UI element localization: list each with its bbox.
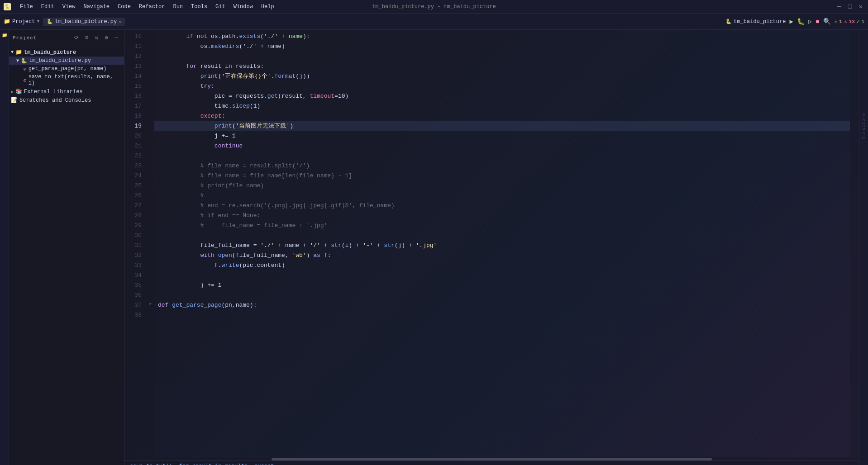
sidebar: Project ⟳ ≡ ⇅ ⚙ ─ ▼ 📁 tm_baidu_picture ▼… [9,30,124,465]
scratches-label: Scratches and Consoles [19,97,91,104]
tree-scratches[interactable]: 📝 Scratches and Consoles [9,96,124,104]
code-line-31: file_full_name = './' + name + '/' + str… [154,241,850,251]
tree-file-py[interactable]: ▼ 🐍 tm_baidu_picture.py [9,57,124,65]
menu-file[interactable]: File [16,3,37,11]
tree-func-1[interactable]: ⊘ get_parse_page(pn, name) [9,65,124,73]
code-line-26: # [154,191,850,201]
code-line-21: continue [154,141,850,151]
filter-icon[interactable]: ⇅ [92,34,100,42]
sidebar-minimize-icon[interactable]: ─ [112,34,120,42]
line-numbers: 10 11 12 13 14 15 16 17 18 19 20 21 22 2… [124,30,147,457]
line-num-33: 33 [124,261,147,270]
func-icon-2: ⊘ [24,77,27,83]
gutter-16 [147,90,154,100]
menu-window[interactable]: Window [230,3,257,11]
header-right-icons: 🐍 tm_baidu_picture ▶ 🐛 ▷ ■ 🔍 ⚠ 1 ⚠ 13 ✓ … [129,18,864,25]
gutter-33 [147,259,154,269]
line-num-34: 34 [124,270,147,280]
code-line-36 [154,290,850,300]
tree-ext-libs[interactable]: ▶ 📚 External Libraries [9,87,124,96]
line-num-28: 28 [124,211,147,221]
horizontal-scrollbar[interactable] [124,457,859,460]
scratches-icon: 📝 [11,97,18,104]
search-icon[interactable]: 🔍 [823,18,831,25]
debug-icon[interactable]: 🐛 [797,18,805,25]
gutter-11 [147,40,154,50]
editor-gutter: ▶ [147,30,154,457]
right-icons-panel: Structure [859,30,868,465]
code-line-15: try: [154,81,850,91]
warnings-indicator[interactable]: ⚠ 1 ⚠ 13 ✓ 1 [835,19,864,24]
code-line-14: print('正在保存第{}个'.format(j)) [154,71,850,81]
gutter-22 [147,149,154,159]
sync-icon[interactable]: ⟳ [72,34,81,42]
code-line-24: # file_name = file_name[len(file_name) -… [154,171,850,181]
close-button[interactable]: ✕ [857,3,864,10]
code-content[interactable]: if not os.path.exists('./' + name): os.m… [154,30,850,457]
gutter-37: ▶ [147,299,154,308]
run-config-selector[interactable]: 🐍 tm_baidu_picture [725,19,786,25]
file-tab-close[interactable]: ✕ [119,19,121,24]
folder-icon[interactable]: 📁 [1,32,8,39]
line-num-18: 18 [124,111,147,121]
menu-edit[interactable]: Edit [38,3,58,11]
func-label-2: save_to_txt(results, name, i) [29,74,122,86]
code-editor[interactable]: 10 11 12 13 14 15 16 17 18 19 20 21 22 2… [124,30,859,457]
line-num-13: 13 [124,62,147,71]
line-num-25: 25 [124,181,147,191]
line-num-27: 27 [124,201,147,211]
gutter-31 [147,239,154,249]
line-num-29: 29 [124,221,147,231]
project-label[interactable]: Project [12,19,35,25]
menu-help[interactable]: Help [258,3,278,11]
breadcrumb-sep-1: › [174,463,177,465]
run-config-icon: 🐍 [725,19,732,24]
minimize-button[interactable]: ─ [835,3,843,10]
project-dropdown-icon[interactable]: ▼ [37,19,39,24]
menu-view[interactable]: View [59,3,79,11]
breadcrumb-item-2[interactable]: for result in results [179,463,248,465]
coverage-icon[interactable]: ▷ [808,18,812,25]
window-title: tm_baidu_picture.py - tm_baidu_picture [372,4,496,10]
menu-refactor[interactable]: Refactor [135,3,169,11]
code-line-13: for result in results: [154,62,850,71]
menu-git[interactable]: Git [212,3,229,11]
gutter-34 [147,269,154,279]
gutter-14 [147,70,154,80]
line-num-12: 12 [124,52,147,62]
collapse-icon[interactable]: ≡ [82,34,91,42]
title-bar-controls: ─ □ ✕ [835,3,864,10]
line-num-21: 21 [124,141,147,151]
code-line-34 [154,270,850,280]
breadcrumb-item-1[interactable]: save_to_txt() [130,463,172,465]
tree-func-2[interactable]: ⊘ save_to_txt(results, name, i) [9,73,124,87]
maximize-button[interactable]: □ [846,3,854,10]
line-num-23: 23 [124,161,147,171]
breadcrumb: save_to_txt() › for result in results › … [124,460,859,465]
file-tab-label[interactable]: tm_baidu_picture.py [55,19,117,25]
warning-count: 1 [839,19,842,24]
header-bar: 📁 Project ▼ 🐍 tm_baidu_picture.py ✕ 🐍 tm… [0,14,868,30]
gutter-35 [147,279,154,289]
py-file-label: tm_baidu_picture.py [29,57,91,64]
structure-icon[interactable]: Structure [860,122,868,129]
line-num-31: 31 [124,241,147,251]
menu-navigate[interactable]: Navigate [80,3,113,11]
run-icon-header[interactable]: ▶ [789,18,793,25]
gutter-25 [147,179,154,189]
tree-root-folder[interactable]: ▼ 📁 tm_baidu_picture [9,48,124,57]
stop-icon[interactable]: ■ [816,18,819,25]
breadcrumb-item-3[interactable]: except [254,463,274,465]
gutter-12 [147,50,154,60]
root-arrow: ▼ [11,50,14,55]
settings-icon[interactable]: ⚙ [102,34,110,42]
menu-run[interactable]: Run [169,3,186,11]
gutter-30 [147,229,154,239]
menu-code[interactable]: Code [114,3,134,11]
code-line-29: # file_name = file_name + '.jpg' [154,221,850,231]
line-num-30: 30 [124,231,147,241]
gutter-36 [147,289,154,299]
sidebar-title: Project [13,35,70,41]
menu-tools[interactable]: Tools [187,3,211,11]
gutter-20 [147,129,154,139]
